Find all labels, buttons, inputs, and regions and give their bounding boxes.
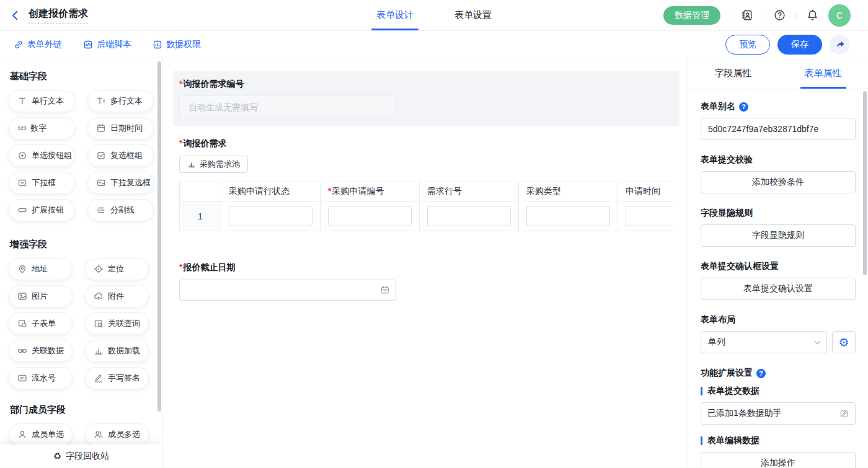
col-header-apply-time: 申请时间 xyxy=(618,182,674,201)
cell-input-request-number[interactable] xyxy=(328,206,412,226)
bar-chart-icon xyxy=(94,346,104,356)
quote-request-number-input[interactable] xyxy=(187,102,388,113)
data-permission-action[interactable]: 数据权限 xyxy=(153,39,201,50)
palette-item-relation-query[interactable]: 关联查询 xyxy=(85,312,149,335)
palette-item-label: 单行文本 xyxy=(32,95,64,107)
pill-button-icon xyxy=(17,205,27,215)
edit-icon[interactable] xyxy=(839,409,849,418)
form-layout-row: 单列 ⚙ xyxy=(701,331,856,353)
palette-item-radio-group[interactable]: 单选按钮组 xyxy=(9,144,75,167)
backend-script-action[interactable]: 后端脚本 xyxy=(83,39,131,50)
palette-item-subform[interactable]: 子表单 xyxy=(9,312,73,335)
group-form-alias: 表单别名 ? xyxy=(701,101,856,140)
help-icon[interactable] xyxy=(773,9,786,22)
form-alias-input[interactable] xyxy=(701,118,856,140)
palette-item-member-single[interactable]: 成员单选 xyxy=(9,423,73,446)
palette-item-location[interactable]: 定位 xyxy=(85,258,149,280)
palette-item-data-load[interactable]: 数据加载 xyxy=(85,340,149,362)
submit-data-box[interactable]: 已添加1条数据助手 xyxy=(701,402,856,425)
palette-item-label: 手写签名 xyxy=(108,373,140,384)
palette-item-number[interactable]: 123 数字 xyxy=(9,117,75,139)
palette-item-serial-number[interactable]: 流水号 xyxy=(9,367,73,389)
palette-item-signature[interactable]: 手写签名 xyxy=(85,367,149,389)
field-block-quote-request[interactable]: *询报价需求 采购需求池 采购申请行状态 *采购申请编号 需求行号 xyxy=(173,130,680,239)
palette-item-single-line-text[interactable]: 单行文本 xyxy=(9,90,75,112)
cell-input-line-number[interactable] xyxy=(427,206,511,226)
checkbox-icon xyxy=(96,151,106,161)
submit-data-value: 已添加1条数据助手 xyxy=(707,408,782,419)
palette-item-select[interactable]: 下拉框 xyxy=(9,172,75,194)
contact-book-icon[interactable] xyxy=(740,9,753,22)
toolbar-links: 表单外链 后端脚本 数据权限 xyxy=(14,39,201,50)
properties-panel: 字段属性 表单属性 表单别名 ? 表单提交校验 添加校验条件 字段显隐规则 xyxy=(688,58,868,468)
back-button[interactable] xyxy=(10,10,21,21)
user-avatar[interactable]: C xyxy=(828,4,851,27)
cell-input-purchase-type[interactable] xyxy=(526,206,610,226)
tab-form-design[interactable]: 表单设计 xyxy=(376,0,414,30)
palette-item-attachment[interactable]: 附件 xyxy=(85,285,149,307)
page-title[interactable]: 创建报价需求 xyxy=(29,7,88,24)
submit-validation-label: 表单提交校验 xyxy=(701,154,856,166)
palette-item-label: 数字 xyxy=(30,123,46,134)
data-manage-button[interactable]: 数据管理 xyxy=(663,6,720,25)
palette-item-label: 分割线 xyxy=(110,205,135,216)
cell-input-apply-time[interactable] xyxy=(626,206,673,226)
submit-confirm-button[interactable]: 表单提交确认设置 xyxy=(701,278,856,300)
calendar-icon xyxy=(96,123,106,133)
script-icon xyxy=(83,40,93,50)
palette-item-image[interactable]: 图片 xyxy=(9,285,73,307)
palette-item-multi-select[interactable]: 下拉复选框 xyxy=(87,172,154,194)
layout-settings-button[interactable]: ⚙ xyxy=(832,331,856,353)
table-row: 1 xyxy=(180,201,674,231)
add-operation-button[interactable]: 添加操作 xyxy=(701,452,856,468)
field-recycle-bin[interactable]: ♻ 字段回收站 xyxy=(0,444,162,468)
palette-item-label: 数据加载 xyxy=(108,345,140,356)
quote-deadline-date-input[interactable]: 7 xyxy=(179,280,396,301)
palette-item-member-multi[interactable]: 成员多选 xyxy=(85,423,149,446)
tab-field-properties[interactable]: 字段属性 xyxy=(688,58,778,89)
tab-form-properties[interactable]: 表单属性 xyxy=(778,58,868,89)
preview-button[interactable]: 预览 xyxy=(725,35,770,55)
visibility-rules-button[interactable]: 字段显隐规则 xyxy=(701,224,856,247)
form-designer-app: 创建报价需求 表单设计 表单设置 数据管理 C 表 xyxy=(0,0,868,468)
cell-input-line-status[interactable] xyxy=(229,206,312,226)
palette-item-datetime[interactable]: 日期时间 xyxy=(87,117,154,139)
palette-item-label: 多行文本 xyxy=(110,95,143,107)
group-submit-validation: 表单提交校验 添加校验条件 xyxy=(701,154,856,193)
basic-fields-grid: 单行文本 多行文本 123 数字 日期时间 xyxy=(9,90,149,221)
palette-item-divider[interactable]: 分割线 xyxy=(87,199,154,221)
sidebar-scrollbar[interactable] xyxy=(157,61,161,412)
link-icon xyxy=(14,40,24,50)
palette-item-relation-data[interactable]: 关联数据 xyxy=(9,340,73,362)
form-alias-label-row: 表单别名 ? xyxy=(701,101,856,112)
notification-bell-icon[interactable] xyxy=(805,9,819,22)
external-link-action[interactable]: 表单外链 xyxy=(14,39,62,50)
palette-item-label: 下拉复选框 xyxy=(110,177,151,188)
section-marker xyxy=(701,387,702,395)
field-block-quote-deadline[interactable]: *报价截止日期 7 xyxy=(173,254,680,309)
share-button[interactable] xyxy=(830,35,849,55)
palette-item-address[interactable]: 地址 xyxy=(9,258,73,280)
search-box-icon xyxy=(94,319,104,329)
gear-icon: ⚙ xyxy=(838,337,849,348)
backend-script-label: 后端脚本 xyxy=(97,39,131,50)
field-block-quote-request-number[interactable]: *询报价需求编号 xyxy=(173,71,680,126)
help-badge-icon[interactable]: ? xyxy=(739,102,748,112)
palette-item-extend-button[interactable]: 扩展按钮 xyxy=(9,199,75,221)
help-badge-icon[interactable]: ? xyxy=(756,369,766,378)
add-validation-button[interactable]: 添加校验条件 xyxy=(701,171,856,193)
save-button[interactable]: 保存 xyxy=(777,35,822,55)
layout-select[interactable]: 单列 xyxy=(701,331,827,353)
divider xyxy=(763,11,763,20)
cloud-upload-icon xyxy=(94,291,104,301)
enhanced-fields-grid: 地址 定位 图片 附件 xyxy=(9,258,149,389)
palette-item-checkbox-group[interactable]: 复选框组 xyxy=(87,144,154,167)
tab-form-settings[interactable]: 表单设置 xyxy=(454,0,492,30)
palette-item-multi-line-text[interactable]: 多行文本 xyxy=(87,90,154,112)
recycle-bin-label: 字段回收站 xyxy=(66,451,109,462)
panel-scrollbar[interactable] xyxy=(863,91,867,275)
col-header-line-number: 需求行号 xyxy=(420,182,519,201)
purchase-pool-button[interactable]: 采购需求池 xyxy=(179,156,248,173)
serial-number-icon xyxy=(17,373,27,383)
row-number-cell: 1 xyxy=(180,201,221,231)
